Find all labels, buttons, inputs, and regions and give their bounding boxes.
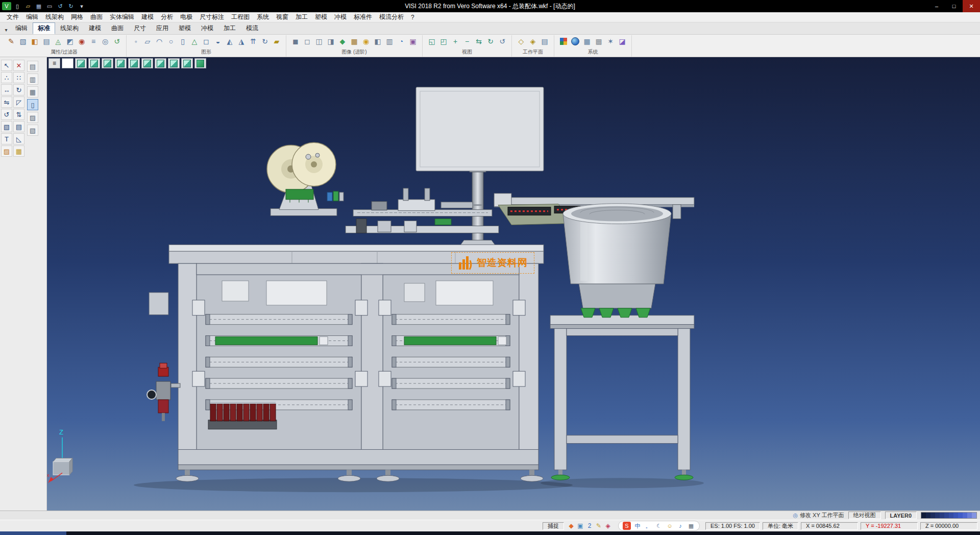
measure-icon[interactable]: ◺ xyxy=(13,133,24,144)
restore-button[interactable]: □ xyxy=(945,0,963,12)
section-icon[interactable]: ◧ xyxy=(373,36,383,46)
minimize-button[interactable]: – xyxy=(928,0,945,12)
workplane-align-icon[interactable]: ◈ xyxy=(528,36,538,46)
tab-mold[interactable]: 塑模 xyxy=(174,22,196,34)
shaded-view-cube-icon[interactable] xyxy=(194,58,206,68)
active-layer-indicator[interactable]: LAYER0 xyxy=(885,512,917,519)
menu-item-drawing[interactable]: 工程图 xyxy=(228,13,253,21)
redo-icon[interactable]: ↻ xyxy=(66,2,76,10)
scale-icon[interactable]: ◸ xyxy=(13,96,24,108)
entity-filter-icon[interactable]: ◬ xyxy=(53,36,63,46)
isometric-display-icon[interactable]: ▧ xyxy=(1,121,12,132)
system-globe-icon[interactable] xyxy=(570,36,580,46)
mirror-icon[interactable]: ⇋ xyxy=(1,96,12,108)
menu-item-mold[interactable]: 塑模 xyxy=(311,13,331,21)
menu-item-window[interactable]: 视窗 xyxy=(273,13,292,21)
menu-item-mesh[interactable]: 网格 xyxy=(67,13,87,21)
menu-item-wireframe[interactable]: 线架构 xyxy=(42,13,67,21)
system-calculator-icon[interactable]: ▦ xyxy=(582,36,592,46)
menu-item-solid-edit[interactable]: 实体编辑 xyxy=(106,13,138,21)
menu-item-system[interactable]: 系统 xyxy=(253,13,273,21)
wireframe-render-icon[interactable]: ◻ xyxy=(302,36,312,46)
select-cursor-icon[interactable]: ↖ xyxy=(1,60,12,71)
zebra-analysis-icon[interactable]: ▥ xyxy=(384,36,395,46)
save-icon[interactable]: ▦ xyxy=(34,2,43,10)
ime-punctuation-icon[interactable]: 。 xyxy=(644,522,652,530)
ime-microphone-icon[interactable]: ♪ xyxy=(676,522,684,530)
extrude-entity-icon[interactable]: ⇈ xyxy=(248,36,258,46)
pen-tray-icon[interactable]: ✎ xyxy=(594,521,603,530)
isometric-view-cube-icon[interactable] xyxy=(155,58,166,68)
viewport-canvas[interactable]: Z x xyxy=(47,57,980,510)
viewport-menu-icon[interactable]: ≡ xyxy=(48,58,60,68)
new-document-icon[interactable]: ▯ xyxy=(13,2,22,10)
print-icon[interactable]: ▭ xyxy=(45,2,54,10)
undo-icon[interactable]: ↺ xyxy=(56,2,65,10)
pan-icon[interactable]: ⇅ xyxy=(13,109,24,120)
delete-icon[interactable]: ✕ xyxy=(13,60,24,71)
view-mode-indicator[interactable]: 绝对视图 xyxy=(848,512,881,519)
menu-item-edit[interactable]: 编辑 xyxy=(22,13,42,21)
ime-chinese-icon[interactable]: 中 xyxy=(633,522,642,530)
tab-dimension[interactable]: 尺寸 xyxy=(129,22,151,34)
attribute-copy-icon[interactable]: ▧ xyxy=(18,36,28,46)
selection-filter-icon[interactable]: ◩ xyxy=(65,36,75,46)
palette-icon[interactable]: ▨ xyxy=(1,145,12,157)
attribute-brush-icon[interactable]: ✎ xyxy=(6,36,16,46)
tab-wireframe[interactable]: 线架构 xyxy=(55,22,84,34)
color-filter-icon[interactable]: ◧ xyxy=(30,36,40,46)
annotation-icon[interactable]: ▤ xyxy=(13,121,24,132)
gem-tray-icon[interactable]: ◈ xyxy=(603,521,612,530)
snap-intersection-icon[interactable]: ∷ xyxy=(13,72,24,83)
trimetric-view-cube-icon[interactable] xyxy=(181,58,193,68)
translate-icon[interactable]: ↔ xyxy=(1,84,12,95)
rotate-view-icon[interactable]: ↻ xyxy=(485,36,496,46)
shaded-render-icon[interactable]: ◼ xyxy=(290,36,301,46)
menu-item-electrode[interactable]: 电极 xyxy=(177,13,196,21)
capture-image-icon[interactable]: ▣ xyxy=(408,36,418,46)
arc-entity-icon[interactable]: ◠ xyxy=(154,36,164,46)
material-icon[interactable]: ◆ xyxy=(337,36,348,46)
ime-keyboard-icon[interactable]: ▦ xyxy=(687,522,695,530)
point-entity-icon[interactable]: ◦ xyxy=(131,36,141,46)
dynamic-mode-icon[interactable]: ▯ xyxy=(27,99,38,110)
menu-item-help[interactable]: ? xyxy=(407,14,418,21)
left-view-cube-icon[interactable] xyxy=(115,58,127,68)
system-colors-icon[interactable] xyxy=(558,36,569,46)
text-icon[interactable]: T xyxy=(1,133,12,144)
overlay-notes-icon[interactable]: ▨ xyxy=(27,112,38,123)
ime-emoji-icon[interactable]: ☺ xyxy=(666,522,674,530)
box-entity-icon[interactable]: ◻ xyxy=(201,36,211,46)
zoom-extents-icon[interactable]: ◱ xyxy=(427,36,437,46)
line-entity-icon[interactable]: ▱ xyxy=(142,36,153,46)
menu-item-surface[interactable]: 曲面 xyxy=(87,13,106,21)
overlay-grid-icon[interactable]: ▥ xyxy=(27,74,38,85)
sphere-entity-icon[interactable]: ◒ xyxy=(213,36,223,46)
zoom-in-icon[interactable]: + xyxy=(450,36,460,46)
top-view-cube-icon[interactable] xyxy=(75,58,87,68)
open-folder-icon[interactable]: ▱ xyxy=(23,2,33,10)
menu-item-machining[interactable]: 加工 xyxy=(292,13,311,21)
wedge-entity-icon[interactable]: ◮ xyxy=(236,36,247,46)
sogou-logo-icon[interactable]: S xyxy=(623,522,631,530)
overlay-axis-icon[interactable]: ▦ xyxy=(27,86,38,98)
tab-machining[interactable]: 加工 xyxy=(218,22,241,34)
rotate-icon[interactable]: ↻ xyxy=(13,84,24,95)
linetype-filter-icon[interactable]: ≡ xyxy=(88,36,99,46)
ime-moon-icon[interactable]: ☾ xyxy=(655,522,663,530)
revolve-entity-icon[interactable]: ↻ xyxy=(260,36,270,46)
system-settings-icon[interactable]: ✶ xyxy=(605,36,616,46)
loft-entity-icon[interactable]: ▰ xyxy=(272,36,282,46)
dimetric-view-cube-icon[interactable] xyxy=(168,58,180,68)
workplane-manager-icon[interactable]: ▤ xyxy=(540,36,550,46)
overlay-plane-icon[interactable]: ▤ xyxy=(27,61,38,72)
menu-item-dimension[interactable]: 尺寸标注 xyxy=(196,13,228,21)
tab-die[interactable]: 冲模 xyxy=(196,22,218,34)
system-checker-icon[interactable]: ▩ xyxy=(594,36,604,46)
lighting-icon[interactable]: ◉ xyxy=(361,36,371,46)
highlight-filter-icon[interactable]: ◉ xyxy=(77,36,87,46)
tab-moldflow[interactable]: 模流 xyxy=(241,22,263,34)
snap-toggle[interactable]: 捕捉 xyxy=(543,522,564,530)
bottom-view-cube-icon[interactable] xyxy=(141,58,153,68)
pan-view-icon[interactable]: ⇆ xyxy=(474,36,484,46)
